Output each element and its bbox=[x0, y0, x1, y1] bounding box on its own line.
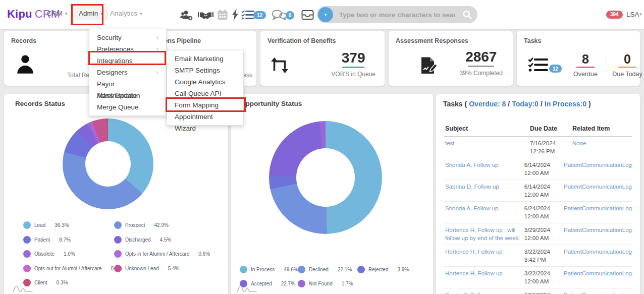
notification-count-badge[interactable]: 394 bbox=[606, 11, 623, 19]
contacts-add-icon[interactable] bbox=[180, 10, 193, 21]
legend-item-obsolete[interactable]: Obsolete 1.0% bbox=[23, 250, 75, 258]
search-input[interactable] bbox=[339, 6, 455, 23]
kipu-crm-dashboard: KipuCRM CRM▾ Admin▾ Analytics▾ bbox=[0, 0, 644, 294]
legend-dot bbox=[23, 250, 31, 258]
card-tasks: Tasks 12 8 Overdue 0 Due Today bbox=[517, 31, 640, 86]
global-search-bar: ▾ bbox=[317, 6, 477, 23]
chat-icon[interactable] bbox=[272, 10, 287, 21]
today-link[interactable]: Today:0 bbox=[512, 100, 539, 108]
legend-item-lead[interactable]: Lead 36.3% bbox=[23, 221, 69, 229]
legend-item-opts-out[interactable]: Opts out for Alumni / Aftercare 0.1% bbox=[23, 265, 122, 272]
menu-item-mass-update[interactable]: Mass Update bbox=[89, 90, 166, 101]
amcharts-watermark bbox=[12, 283, 33, 292]
legend-item-prospect[interactable]: Prospect 42.9% bbox=[114, 221, 169, 229]
nav-menu-admin[interactable]: Admin▾ bbox=[74, 7, 108, 20]
task-subject-link[interactable]: test bbox=[445, 139, 530, 155]
menu-item-designers[interactable]: › Designers bbox=[89, 67, 166, 78]
legend-item-discharged[interactable]: Discharged 4.5% bbox=[114, 236, 171, 244]
task-subject-link[interactable]: Sabrina D, Follow up bbox=[445, 183, 524, 199]
legend-dot bbox=[114, 265, 122, 272]
task-related-item-link[interactable]: PatientCommunicationLog bbox=[564, 183, 632, 199]
legend-dot bbox=[114, 250, 122, 258]
donut-hole bbox=[296, 148, 355, 207]
legend-item-in-process[interactable]: In Process 49.6% bbox=[240, 266, 298, 273]
legend-dot bbox=[357, 266, 365, 273]
task-related-item-link[interactable]: PatientCommunicationLog bbox=[564, 161, 632, 177]
legend-item-opts-in[interactable]: Opts in for Alumni / Aftercare 0.6% bbox=[114, 250, 210, 258]
overdue-link[interactable]: Overdue: 8 bbox=[469, 100, 506, 108]
inbox-icon[interactable] bbox=[301, 10, 314, 20]
task-row: Hortence H, Follow up , will follow up b… bbox=[444, 223, 632, 245]
card-assessment-responses: Assessment Responses 2867 39% Completed bbox=[389, 31, 513, 86]
task-related-item-link[interactable]: None bbox=[572, 139, 632, 155]
menu-item-preferences[interactable]: › Preferences bbox=[89, 43, 166, 55]
menu-item-call-queue-api[interactable]: Call Queue API bbox=[167, 88, 243, 99]
task-row: Shonda A, Follow up 6/14/2024 12:00 AM P… bbox=[444, 158, 632, 180]
task-subject-link[interactable]: Hortence H, Follow up bbox=[445, 269, 524, 285]
card-title: Records bbox=[11, 37, 36, 44]
task-row: Panter S, Follow up 3/15/2024 PatientCom… bbox=[444, 288, 632, 294]
task-subject-link[interactable]: Panter S, Follow up bbox=[445, 291, 524, 294]
legend-item-patient[interactable]: Patient 8.7% bbox=[23, 236, 71, 244]
task-subject-link[interactable]: Hortence H, Follow up bbox=[445, 248, 524, 264]
task-subject-link[interactable]: Shonda A, Follow up bbox=[445, 161, 524, 177]
task-row: Shonda A, Follow up 6/24/2024 12:00 AM P… bbox=[444, 202, 632, 223]
search-category-button[interactable]: ▾ bbox=[318, 7, 333, 22]
legend-dot bbox=[114, 236, 122, 244]
legend-item-declined[interactable]: Declined 22.1% bbox=[298, 266, 352, 273]
panel-title: Opportunity Status bbox=[240, 100, 302, 107]
task-count-badge[interactable]: 12 bbox=[253, 11, 266, 19]
menu-item-google-analytics[interactable]: Google Analytics bbox=[167, 76, 243, 88]
checklist-icon bbox=[528, 57, 548, 73]
legend-dot bbox=[240, 266, 247, 273]
caret-down-icon: ▾ bbox=[100, 11, 103, 16]
menu-item-form-mapping[interactable]: Form Mapping bbox=[167, 99, 243, 111]
legend-item-not-found[interactable]: Not Found 1.7% bbox=[298, 280, 353, 287]
menu-item-smtp-settings[interactable]: SMTP Settings bbox=[167, 65, 243, 76]
menu-item-security[interactable]: › Security bbox=[89, 32, 166, 43]
metric-underline bbox=[342, 67, 364, 68]
due-today-stat: 0 Due Today bbox=[612, 52, 643, 78]
menu-item-merge-queue[interactable]: Merge Queue bbox=[89, 101, 166, 113]
lightning-bolt-icon[interactable] bbox=[232, 9, 239, 21]
handshake-icon[interactable] bbox=[198, 11, 213, 20]
task-list-icon[interactable] bbox=[241, 10, 254, 20]
assessment-file-pen-icon bbox=[419, 56, 438, 75]
assessment-value: 2867 bbox=[460, 49, 503, 65]
nav-menu-analytics[interactable]: Analytics▾ bbox=[110, 10, 142, 17]
task-subject-link[interactable]: Shonda A, Follow up bbox=[445, 204, 524, 220]
task-due-date: 3/22/2024 12:00 AM bbox=[524, 269, 564, 285]
caret-down-icon: ▾ bbox=[140, 11, 142, 16]
card-caption: VOB'S in Queue bbox=[331, 71, 375, 78]
legend-item-rejected[interactable]: Rejected 3.9% bbox=[357, 266, 409, 273]
calendar-icon[interactable] bbox=[217, 9, 228, 21]
chat-count-badge[interactable]: 0 bbox=[286, 11, 294, 20]
card-title: Assessment Responses bbox=[396, 37, 468, 44]
task-related-item-link[interactable]: PatientCommunicationLog bbox=[564, 226, 632, 242]
opportunity-status-panel: Opportunity Status In Process 49.6% Decl… bbox=[231, 94, 433, 294]
overdue-stat: 8 Overdue bbox=[571, 52, 600, 78]
task-related-item-link[interactable]: PatientCommunicationLog bbox=[564, 269, 632, 285]
menu-item-email-marketing[interactable]: Email Marketing bbox=[167, 53, 243, 65]
opportunity-status-donut-chart[interactable] bbox=[269, 121, 382, 234]
top-navigation-bar: KipuCRM CRM▾ Admin▾ Analytics▾ bbox=[0, 0, 644, 29]
menu-item-appointment-wizard[interactable]: Appointment Wizard bbox=[167, 111, 243, 123]
menu-item-integrations[interactable]: Integrations bbox=[89, 55, 166, 67]
nav-menu-crm[interactable]: CRM▾ bbox=[47, 10, 67, 17]
user-menu[interactable]: LSA bbox=[626, 11, 639, 18]
legend-dot bbox=[298, 280, 305, 287]
card-title: Verification of Benefits bbox=[267, 37, 336, 44]
task-subject-link[interactable]: Hortence H, Follow up , will follow up b… bbox=[445, 226, 524, 242]
task-related-item-link[interactable]: PatientCommunicationLog bbox=[564, 204, 632, 220]
in-process-link[interactable]: In Process:0 bbox=[545, 100, 586, 108]
search-icon[interactable] bbox=[462, 10, 472, 20]
tasks-table-header: Subject Due Date Related Item bbox=[444, 122, 632, 137]
task-row: test 7/16/2024 12:26 PM None bbox=[444, 137, 632, 158]
legend-item-unknown-lead[interactable]: Unknown Lead 5.4% bbox=[114, 265, 180, 272]
task-related-item-link[interactable]: PatientCommunicationLog bbox=[564, 291, 632, 294]
card-title: Tasks bbox=[524, 37, 542, 44]
menu-item-payor-administration[interactable]: Payor Administration bbox=[89, 78, 166, 90]
legend-dot bbox=[23, 221, 31, 229]
records-status-donut-chart[interactable] bbox=[63, 119, 153, 209]
task-related-item-link[interactable]: PatientCommunicationLog bbox=[564, 248, 632, 264]
